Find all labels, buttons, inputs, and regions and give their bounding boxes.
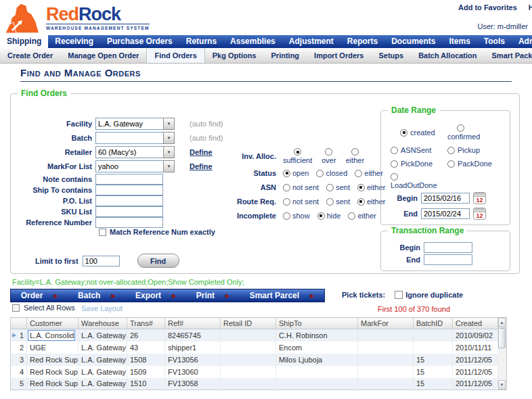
nav-documents[interactable]: Documents — [384, 35, 442, 48]
status-open-radio[interactable] — [283, 170, 290, 177]
col-trans[interactable]: Trans# — [127, 318, 165, 329]
cell-retail-id[interactable] — [221, 354, 276, 366]
cell-rownum[interactable]: 3 — [11, 354, 27, 366]
toolbar-order-menu[interactable]: Order▶ — [21, 291, 58, 300]
cell-customer[interactable]: Red Rock Supp — [27, 366, 79, 378]
find-button[interactable]: Find — [137, 254, 179, 268]
save-layout-link[interactable]: Save Layout — [81, 304, 123, 312]
cell-retail-id[interactable] — [221, 342, 276, 354]
nav-reports[interactable]: Reports — [340, 35, 384, 48]
add-to-favorites-link[interactable]: Add to Favorites — [458, 3, 517, 11]
grid-scrollbar[interactable]: ▲ ▼ — [498, 317, 507, 390]
chevron-down-icon[interactable]: ▼ — [163, 146, 175, 158]
help-link[interactable]: Help — [529, 3, 532, 11]
facility-select[interactable]: L.A. Gateway▼ — [95, 118, 175, 130]
date-confirmed-radio[interactable] — [457, 124, 464, 132]
col-customer[interactable]: Customer — [27, 318, 79, 329]
col-mark-for[interactable]: MarkFor — [358, 318, 414, 329]
route-req-not-sent-radio[interactable] — [283, 198, 290, 206]
subnav-smart-pack[interactable]: Smart Pack — [485, 48, 532, 63]
batch-select[interactable]: ▼ — [95, 132, 175, 144]
nav-adjustment[interactable]: Adjustment — [282, 35, 340, 48]
ignore-duplicate-checkbox[interactable] — [395, 291, 403, 299]
cell-retail-id[interactable] — [221, 366, 276, 378]
match-ref-checkbox[interactable] — [99, 229, 106, 236]
toolbar-batch-menu[interactable]: Batch▶ — [78, 291, 116, 300]
cell-ref[interactable]: FV13056 — [165, 354, 221, 366]
nav-purchase-orders[interactable]: Purchase Orders — [100, 35, 179, 48]
po-list-input[interactable] — [95, 195, 163, 206]
cell-ref[interactable]: 82465745 — [165, 329, 221, 342]
nav-returns[interactable]: Returns — [179, 35, 223, 48]
markfor-define-link[interactable]: Define — [190, 162, 213, 170]
cell-trans[interactable]: 1510 — [127, 378, 165, 390]
nav-admin[interactable]: Admin — [512, 35, 532, 48]
table-row[interactable]: 3 Red Rock Supp L.A. Gateway 1508 FV1305… — [11, 354, 498, 366]
subnav-pkg-options[interactable]: Pkg Options — [205, 48, 264, 63]
subnav-setups[interactable]: Setups — [371, 48, 411, 63]
cell-warehouse[interactable]: L.A. Gateway — [79, 342, 127, 354]
subnav-manage-open-order[interactable]: Manage Open Order — [60, 48, 146, 63]
trans-end-input[interactable] — [424, 254, 472, 265]
table-row[interactable]: 4 Red Rock Supp L.A. Gateway 1509 FV1306… — [11, 366, 498, 378]
date-asnsent-radio[interactable] — [391, 147, 398, 154]
nav-receiving[interactable]: Receiving — [48, 35, 100, 48]
inv-alloc-over-radio[interactable] — [325, 148, 332, 156]
reference-number-input[interactable] — [95, 217, 163, 228]
cell-ref[interactable]: FV13058 — [165, 378, 221, 390]
subnav-batch-allocation[interactable]: Batch Allocation — [411, 48, 484, 63]
col-ref[interactable]: Ref# — [165, 318, 221, 329]
cell-ref[interactable]: FV13060 — [165, 366, 221, 378]
asn-either-radio[interactable] — [357, 184, 365, 191]
table-row[interactable]: 2 UGE L.A. Gateway 43 shipper1 Encom 201… — [11, 342, 498, 354]
date-packdone-radio[interactable] — [447, 160, 455, 168]
retailer-select[interactable]: 60 (Macy's)▼ — [95, 146, 175, 158]
cell-batch-id[interactable]: 15 — [414, 378, 453, 390]
calendar-icon[interactable]: 12 — [473, 208, 486, 220]
cell-batch-id[interactable] — [414, 329, 453, 342]
cell-mark-for[interactable] — [358, 378, 414, 390]
date-created-radio[interactable] — [400, 129, 407, 137]
cell-batch-id[interactable] — [414, 342, 453, 354]
status-closed-radio[interactable] — [316, 170, 324, 177]
limit-input[interactable] — [83, 256, 120, 266]
trans-begin-input[interactable] — [424, 242, 472, 253]
select-all-checkbox[interactable] — [12, 304, 20, 312]
scroll-up-icon[interactable]: ▲ — [498, 318, 506, 327]
cell-ref[interactable]: shipper1 — [165, 342, 221, 354]
incomplete-either-radio[interactable] — [348, 212, 355, 220]
col-warehouse[interactable]: Warehouse — [79, 318, 127, 329]
cell-trans[interactable]: 26 — [127, 329, 165, 342]
asn-not-sent-radio[interactable] — [283, 184, 290, 191]
col-rownum[interactable] — [11, 318, 27, 329]
note-contains-input[interactable] — [95, 174, 163, 185]
cell-trans[interactable]: 1509 — [127, 366, 165, 378]
nav-tools[interactable]: Tools — [477, 35, 512, 48]
cell-warehouse[interactable]: L.A. Gateway — [79, 378, 127, 390]
calendar-icon[interactable]: 12 — [473, 192, 486, 204]
cell-mark-for[interactable] — [358, 342, 414, 354]
toolbar-export-menu[interactable]: Export▶ — [135, 291, 176, 300]
cell-batch-id[interactable]: 15 — [414, 354, 453, 366]
cell-ship-to[interactable]: C.H. Robinson — [276, 329, 358, 342]
asn-sent-radio[interactable] — [326, 184, 334, 191]
cell-batch-id[interactable]: 15 — [414, 366, 453, 378]
cell-rownum[interactable]: 4 — [11, 366, 27, 378]
subnav-create-order[interactable]: Create Order — [0, 48, 60, 63]
cell-retail-id[interactable] — [221, 329, 276, 342]
date-begin-input[interactable] — [421, 193, 470, 204]
date-end-input[interactable] — [421, 208, 470, 219]
inv-alloc-sufficient-radio[interactable] — [294, 148, 301, 156]
nav-assemblies[interactable]: Assemblies — [223, 35, 282, 48]
cell-trans[interactable]: 43 — [127, 342, 165, 354]
cell-created[interactable]: 2010/09/02 — [453, 329, 498, 342]
route-req-sent-radio[interactable] — [326, 198, 334, 206]
cell-rownum[interactable]: ▶1 — [11, 329, 27, 342]
cell-warehouse[interactable]: L.A. Gateway — [79, 366, 127, 378]
cell-ship-to[interactable] — [276, 378, 358, 390]
cell-customer[interactable]: UGE — [27, 342, 79, 354]
cell-retail-id[interactable] — [221, 378, 276, 390]
inv-alloc-either-radio[interactable] — [351, 148, 359, 156]
cell-customer[interactable]: Red Rock Supp — [27, 354, 79, 366]
cell-warehouse[interactable]: L.A. Gateway — [79, 354, 127, 366]
